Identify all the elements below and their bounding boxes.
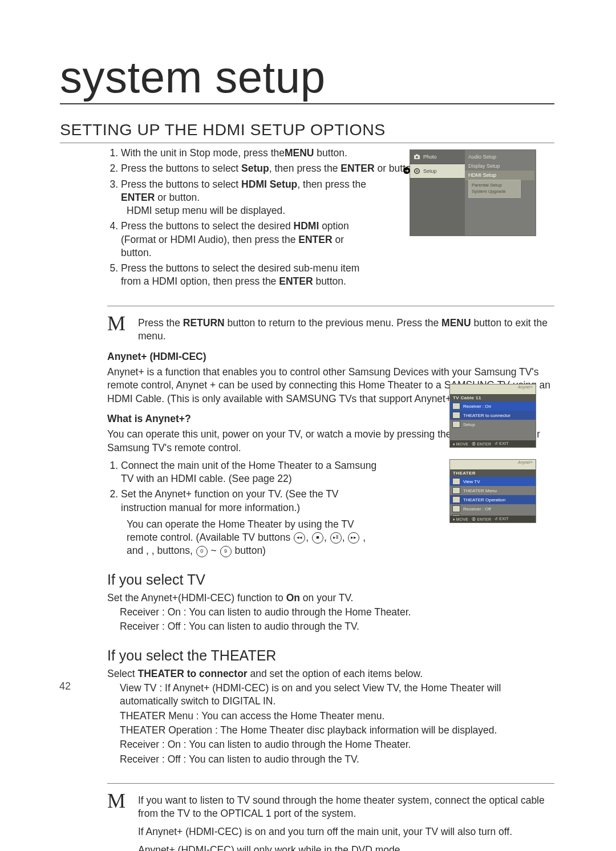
note-2: If Anynet+ (HDMI-CEC) is on and you turn…: [138, 825, 554, 839]
anynet-steps: Connect the main unit of the Home Theate…: [107, 459, 383, 558]
shot2-brand: Anynet+: [450, 384, 536, 394]
page: system setup SETTING UP THE HDMI SETUP O…: [0, 0, 616, 851]
setup-menu-screenshot: ➜ Photo Setup Audio Setup Display Setup …: [410, 149, 536, 236]
svg-point-4: [416, 171, 418, 172]
theater-select: Select THEATER to connector and set the …: [107, 667, 554, 680]
shot1-left-column: Photo Setup: [410, 150, 465, 236]
enter-icon: ⦿: [472, 442, 476, 446]
step-3-note: HDMI setup menu will be displayed.: [121, 204, 366, 217]
theater-receiver-off: Receiver : Off : You can listen to audio…: [120, 753, 554, 766]
shot1-right-list: Audio Setup Display Setup HDMI Setup: [465, 152, 534, 180]
note-row-2: M If you want to listen to TV sound thro…: [107, 792, 554, 851]
tv-set-line: Set the Anynet+(HDMI-CEC) function to On…: [107, 591, 554, 605]
anynet-step-2: Set the Anynet+ function on your TV. (Se…: [121, 488, 383, 557]
svg-rect-1: [416, 155, 418, 156]
menu-icon: [452, 487, 460, 494]
exit-icon: ↺: [495, 517, 498, 521]
page-number: 42: [59, 680, 71, 692]
shot2-row-0: Receiver : On: [450, 402, 536, 411]
move-icon: ♦: [453, 442, 455, 446]
shot3-brand: Anynet+: [450, 460, 536, 469]
step-5: Press the buttons to select the desired …: [121, 262, 366, 289]
svg-point-2: [416, 156, 418, 159]
if-tv-heading: If you select TV: [107, 570, 554, 589]
forward-icon: ▸▸: [348, 532, 359, 544]
note-icon: M: [107, 314, 128, 333]
camera-icon: [414, 153, 420, 160]
stop-icon: ■: [312, 532, 323, 544]
shot2-title: TV Cable 11: [450, 394, 536, 402]
anynet-heading: Anynet+ (HDMI-CEC): [107, 350, 554, 363]
shot2-row-2: Setup: [450, 420, 536, 429]
step-3: Press the buttons to select HDMI Setup, …: [121, 178, 366, 218]
play-pause-icon: ▸Ⅱ: [330, 532, 342, 544]
zero-icon: 0: [196, 546, 208, 557]
move-icon: ♦: [453, 517, 455, 521]
pointer-icon: ➜: [403, 167, 410, 174]
shot1-setup-row: Setup: [410, 164, 465, 179]
shot3-row-3: Receiver : Off: [450, 504, 536, 513]
anynet-tv-screenshot: Anynet+ TV Cable 11 Receiver : On THEATE…: [449, 384, 536, 448]
shot1-photo-row: Photo: [410, 150, 465, 164]
enter-icon: ⦿: [472, 517, 476, 521]
tv-icon: [452, 403, 460, 410]
theater-menu: THEATER Menu : You can access the Home T…: [120, 710, 554, 723]
note-row-1: M Press the RETURN button to return to t…: [107, 314, 554, 343]
section-heading: SETTING UP THE HDMI SETUP OPTIONS: [60, 120, 554, 143]
operation-icon: [452, 496, 460, 503]
note-icon: M: [107, 792, 128, 810]
divider-2: [107, 783, 554, 784]
receiver-icon: [452, 505, 460, 512]
note-1: If you want to listen to TV sound throug…: [138, 794, 554, 821]
theater-receiver-on: Receiver : On : You can listen to audio …: [120, 738, 554, 751]
theater-operation: THEATER Operation : The Home Theater dis…: [120, 724, 554, 737]
rewind-icon: ◂◂: [294, 532, 305, 544]
step-4: Press the buttons to select the desired …: [121, 220, 366, 260]
anynet-step-1: Connect the main unit of the Home Theate…: [121, 459, 383, 486]
shot3-row-0: View TV: [450, 477, 536, 486]
tv-icon: [452, 478, 460, 485]
anynet-theater-screenshot: Anynet+ THEATER View TV THEATER Menu THE…: [449, 459, 536, 523]
shot3-title: THEATER: [450, 469, 536, 477]
if-theater-heading: If you select the THEATER: [107, 646, 554, 665]
shot3-row-2: THEATER Operation: [450, 495, 536, 504]
gear-icon: [414, 168, 420, 175]
exit-icon: ↺: [495, 441, 498, 446]
shot1-submenu: Parental Setup System Upgrade: [468, 180, 521, 198]
shot3-footer: ♦MOVE ⦿ENTER ↺EXIT: [450, 516, 536, 522]
menu-key: MENU: [285, 147, 314, 159]
theater-icon: [452, 412, 460, 419]
divider: [107, 306, 554, 306]
shot3-row-1: THEATER Menu: [450, 486, 536, 495]
tv-receiver-on: Receiver : On : You can listen to audio …: [120, 606, 554, 619]
shot2-row-1: THEATER to connector: [450, 411, 536, 420]
tv-receiver-off: Receiver : Off : You can listen to audio…: [120, 620, 554, 633]
note-3: Anynet+ (HDMI-CEC) will only work while …: [138, 844, 554, 851]
page-title: system setup: [60, 51, 554, 104]
theater-viewtv: View TV : If Anynet+ (HDMI-CEC) is on an…: [120, 682, 554, 708]
gear-icon: [452, 421, 460, 428]
nine-icon: 9: [220, 546, 232, 557]
shot2-footer: ♦MOVE ⦿ENTER ↺EXIT: [450, 440, 536, 447]
